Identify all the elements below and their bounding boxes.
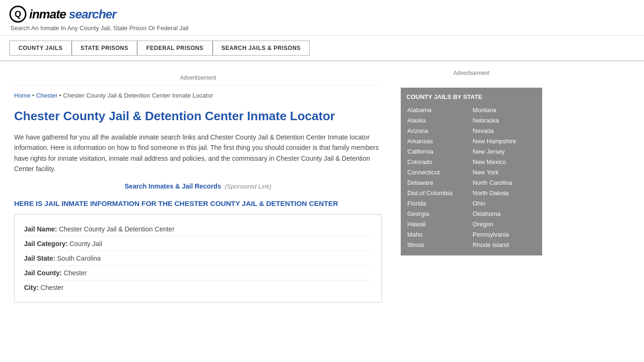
breadcrumb-chester[interactable]: Chester <box>36 92 58 99</box>
nav-search-jails[interactable]: SEARCH JAILS & PRISONS <box>213 41 310 56</box>
state-link[interactable]: Nebraska <box>472 115 537 125</box>
info-value: Chester <box>64 269 87 277</box>
info-row: Jail County: Chester <box>24 266 372 280</box>
state-link[interactable]: Arkansas <box>406 136 471 146</box>
state-link[interactable]: Florida <box>406 198 471 208</box>
state-link[interactable]: North Carolina <box>472 178 537 188</box>
header: Q inmate searcher Search An Inmate In An… <box>0 0 644 36</box>
sidebar-ad: Advertisement <box>401 66 542 80</box>
page-title: Chester County Jail & Detention Center I… <box>14 108 382 124</box>
breadcrumb-current: Chester County Jail & Detention Center I… <box>63 92 213 99</box>
state-link[interactable]: Colorado <box>406 157 471 167</box>
info-row: Jail State: South Carolina <box>24 251 372 266</box>
state-link[interactable]: Nevada <box>472 126 537 136</box>
state-grid: AlabamaMontanaAlaskaNebraskaArizonaNevad… <box>406 105 537 250</box>
info-label: Jail Category: <box>24 240 68 247</box>
search-inmates-link[interactable]: Search Inmates & Jail Records <box>124 182 221 190</box>
state-link[interactable]: New York <box>472 167 537 177</box>
state-link[interactable]: Oregon <box>472 219 537 229</box>
info-label: Jail County: <box>24 269 62 277</box>
state-link[interactable]: New Jersey <box>472 147 537 156</box>
logo-area: Q inmate searcher <box>9 6 635 23</box>
tagline: Search An Inmate In Any County Jail, Sta… <box>10 25 635 32</box>
state-link[interactable]: Oklahoma <box>472 209 537 219</box>
info-row: Jail Name: Chester County Jail & Detenti… <box>24 222 372 237</box>
state-link[interactable]: Pennsylvania <box>472 230 537 239</box>
breadcrumb: Home • Chester • Chester County Jail & D… <box>14 92 382 99</box>
state-link[interactable]: Montana <box>472 105 537 115</box>
info-label: City: <box>24 284 39 291</box>
info-value: County Jail <box>69 240 102 247</box>
state-link[interactable]: Illinois <box>406 240 471 250</box>
state-link[interactable]: North Dakota <box>472 188 537 198</box>
state-link[interactable]: Delaware <box>406 178 471 188</box>
info-row: City: Chester <box>24 280 372 295</box>
info-value: South Carolina <box>57 255 101 262</box>
state-link[interactable]: Rhode Island <box>472 240 537 250</box>
state-link[interactable]: Idaho <box>406 230 471 239</box>
navigation: COUNTY JAILS STATE PRISONS FEDERAL PRISO… <box>0 36 644 61</box>
sidebar: Advertisement COUNTY JAILS BY STATE Alab… <box>396 61 547 312</box>
state-link[interactable]: Alabama <box>406 105 471 115</box>
logo-text: inmate searcher <box>29 7 116 22</box>
sponsored-label: (Sponsored Link) <box>225 183 272 190</box>
breadcrumb-home[interactable]: Home <box>14 92 31 99</box>
state-link[interactable]: California <box>406 147 471 156</box>
description: We have gathered for you all the availab… <box>14 132 382 174</box>
state-link[interactable]: Hawaii <box>406 219 471 229</box>
nav-federal-prisons[interactable]: FEDERAL PRISONS <box>137 41 212 56</box>
state-link[interactable]: Arizona <box>406 126 471 136</box>
state-link[interactable]: Connecticut <box>406 167 471 177</box>
nav-county-jails[interactable]: COUNTY JAILS <box>9 41 72 56</box>
state-box: COUNTY JAILS BY STATE AlabamaMontanaAlas… <box>401 88 542 255</box>
state-box-title: COUNTY JAILS BY STATE <box>406 93 537 100</box>
state-link[interactable]: New Mexico <box>472 157 537 167</box>
info-value: Chester County Jail & Detention Center <box>59 225 174 233</box>
state-link[interactable]: Georgia <box>406 209 471 219</box>
state-link[interactable]: Ohio <box>472 198 537 208</box>
main-layout: Advertisement Home • Chester • Chester C… <box>0 61 644 312</box>
state-link[interactable]: New Hampshire <box>472 136 537 146</box>
info-heading: HERE IS JAIL INMATE INFORMATION FOR THE … <box>14 199 382 207</box>
search-link-bar: Search Inmates & Jail Records (Sponsored… <box>14 182 382 190</box>
info-row: Jail Category: County Jail <box>24 237 372 251</box>
info-value: Chester <box>41 284 64 291</box>
ad-bar: Advertisement <box>14 71 382 85</box>
info-label: Jail State: <box>24 255 55 262</box>
nav-state-prisons[interactable]: STATE PRISONS <box>72 41 137 56</box>
state-link[interactable]: Alaska <box>406 115 471 125</box>
info-label: Jail Name: <box>24 225 57 233</box>
content-area: Advertisement Home • Chester • Chester C… <box>0 61 396 312</box>
logo-icon: Q <box>9 6 26 23</box>
info-card: Jail Name: Chester County Jail & Detenti… <box>14 214 382 303</box>
state-link[interactable]: Dist.of Columbia <box>406 188 471 198</box>
